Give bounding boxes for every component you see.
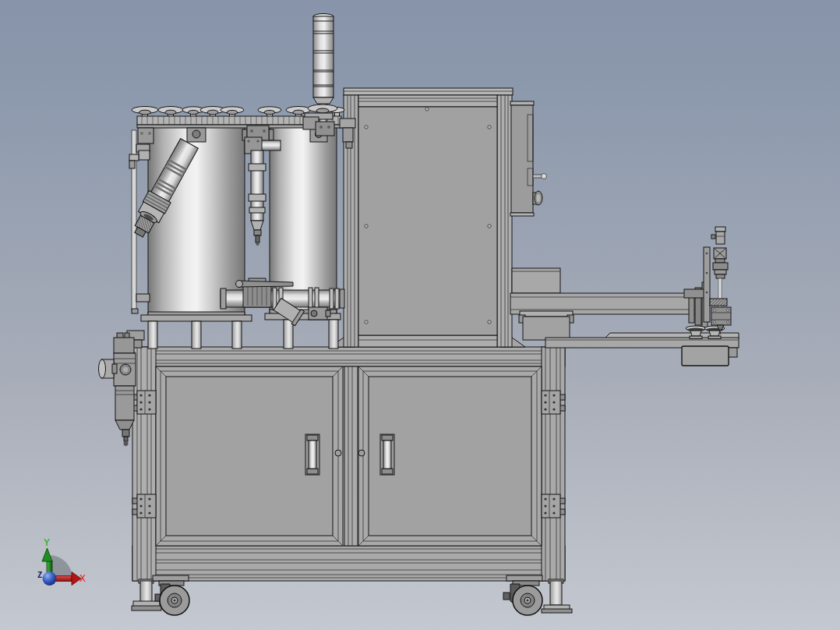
door-hole-left: [335, 450, 341, 456]
leveling-foot-right[interactable]: [542, 579, 572, 613]
cabinet-door-left[interactable]: [156, 366, 343, 546]
electrical-box[interactable]: [510, 101, 547, 216]
door-handle-left[interactable]: [305, 434, 319, 475]
cabinet-door-right[interactable]: [358, 366, 542, 546]
control-tower[interactable]: [344, 88, 513, 347]
z-axis-ball: [43, 572, 57, 586]
tower-panel[interactable]: [358, 107, 497, 335]
dispensing-arm[interactable]: [510, 268, 708, 340]
mixing-tank-left[interactable]: [141, 127, 252, 349]
door-hole-right: [358, 450, 365, 456]
z-axis-label: Z: [37, 571, 42, 579]
orientation-triad: Z Y X: [37, 536, 86, 586]
under-arm-box[interactable]: [519, 311, 574, 340]
caster-wheel-right[interactable]: [503, 575, 542, 615]
y-axis-label: Y: [44, 536, 50, 548]
door-handle-right[interactable]: [380, 434, 394, 475]
box-handle-pin[interactable]: [533, 174, 547, 179]
x-axis-label: X: [79, 572, 86, 584]
regulator-knob[interactable]: [99, 359, 118, 378]
cad-viewport[interactable]: Z Y X: [0, 0, 840, 630]
signal-tower-light[interactable]: [303, 14, 337, 136]
under-table-box[interactable]: [682, 346, 729, 366]
box-connector: [533, 191, 542, 205]
